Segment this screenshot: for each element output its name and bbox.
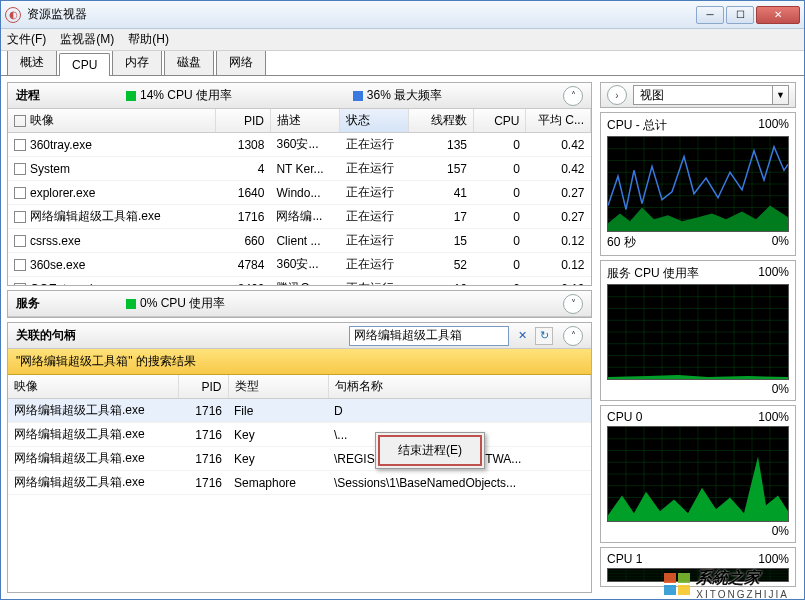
collapse-processes-icon[interactable]: ˄ [563, 86, 583, 106]
menu-file[interactable]: 文件(F) [7, 31, 46, 48]
chart-canvas [607, 426, 789, 522]
handles-table[interactable]: 映像 PID 类型 句柄名称 网络编辑超级工具箱.exe1716FileD网络编… [8, 375, 591, 495]
chart-footer-right: 0% [772, 524, 789, 538]
chart-canvas [607, 136, 789, 232]
cpu-usage-label: 14% CPU 使用率 [140, 88, 232, 102]
view-select-dropdown[interactable]: ▼ [773, 85, 789, 105]
chart-title: CPU 0 [607, 410, 642, 424]
table-row[interactable]: 网络编辑超级工具箱.exe1716Key\REGISTRY\MACHINE\SO… [8, 447, 591, 471]
watermark: 系統之家 XITONGZHIJIA [664, 568, 789, 600]
view-select-label: 视图 [633, 85, 773, 105]
services-cpu-label: 0% CPU 使用率 [140, 296, 225, 310]
processes-table[interactable]: 映像 PID 描述 状态 线程数 CPU 平均 C... 360tray.exe… [8, 109, 591, 285]
watermark-logo-icon [664, 573, 690, 595]
table-row[interactable]: System4NT Ker...正在运行15700.42 [8, 157, 591, 181]
refresh-search-icon[interactable]: ↻ [535, 327, 553, 345]
hcol-type[interactable]: 类型 [228, 375, 328, 399]
col-avg[interactable]: 平均 C... [526, 109, 591, 133]
row-checkbox[interactable] [14, 235, 26, 247]
processes-title: 进程 [16, 87, 116, 104]
processes-panel: 进程 14% CPU 使用率 36% 最大频率 ˄ 映像 PID 描述 状态 [7, 82, 592, 286]
row-checkbox[interactable] [14, 283, 26, 285]
context-end-process[interactable]: 结束进程(E) [378, 435, 482, 466]
charts-pane: › 视图 ▼ CPU - 总计100% 60 秒0%服务 CPU 使用率100%… [598, 76, 804, 599]
chart-footer-right: 0% [772, 234, 789, 251]
watermark-text: 系統之家 [696, 568, 789, 589]
chart-canvas [607, 284, 789, 380]
titlebar: ◐ 资源监视器 ─ ☐ ✕ [1, 1, 804, 29]
handles-title: 关联的句柄 [16, 327, 76, 344]
chart-footer-right: 0% [772, 382, 789, 396]
legend-blue-icon [353, 91, 363, 101]
services-panel: 服务 0% CPU 使用率 ˅ [7, 290, 592, 318]
table-row[interactable]: QQExternal.exe8460腾讯Q...正在运行1600.10 [8, 277, 591, 286]
svg-rect-65 [678, 573, 690, 583]
svg-rect-66 [664, 585, 676, 595]
menubar: 文件(F) 监视器(M) 帮助(H) [1, 29, 804, 51]
table-row[interactable]: 网络编辑超级工具箱.exe1716Key\... [8, 423, 591, 447]
col-cpu[interactable]: CPU [473, 109, 526, 133]
collapse-right-icon[interactable]: › [607, 85, 627, 105]
chart-title: CPU - 总计 [607, 117, 667, 134]
chart-box: 服务 CPU 使用率100% 0% [600, 260, 796, 401]
tab-network[interactable]: 网络 [216, 49, 266, 75]
max-freq-label: 36% 最大频率 [367, 88, 442, 102]
table-row[interactable]: 360tray.exe1308360安...正在运行13500.42 [8, 133, 591, 157]
row-checkbox[interactable] [14, 259, 26, 271]
close-button[interactable]: ✕ [756, 6, 800, 24]
chart-title: 服务 CPU 使用率 [607, 265, 699, 282]
checkbox-all[interactable] [14, 115, 26, 127]
table-row[interactable]: explorer.exe1640Windo...正在运行4100.27 [8, 181, 591, 205]
search-result-banner: "网络编辑超级工具箱" 的搜索结果 [8, 349, 591, 375]
svg-rect-67 [678, 585, 690, 595]
hcol-pid[interactable]: PID [178, 375, 228, 399]
window-title: 资源监视器 [27, 6, 696, 23]
chart-max: 100% [758, 552, 789, 566]
tab-disk[interactable]: 磁盘 [164, 49, 214, 75]
clear-search-icon[interactable]: ✕ [513, 327, 531, 345]
context-menu: 结束进程(E) [375, 432, 485, 469]
row-checkbox[interactable] [14, 163, 26, 175]
col-image[interactable]: 映像 [8, 109, 215, 133]
tab-cpu[interactable]: CPU [59, 53, 110, 76]
col-desc[interactable]: 描述 [270, 109, 339, 133]
row-checkbox[interactable] [14, 187, 26, 199]
col-pid[interactable]: PID [215, 109, 270, 133]
table-row[interactable]: 360se.exe4784360安...正在运行5200.12 [8, 253, 591, 277]
app-icon: ◐ [5, 7, 21, 23]
table-row[interactable]: 网络编辑超级工具箱.exe1716FileD [8, 399, 591, 423]
col-threads[interactable]: 线程数 [409, 109, 473, 133]
chart-title: CPU 1 [607, 552, 642, 566]
minimize-button[interactable]: ─ [696, 6, 724, 24]
chart-footer-left: 60 秒 [607, 234, 636, 251]
row-checkbox[interactable] [14, 139, 26, 151]
hcol-handle[interactable]: 句柄名称 [328, 375, 591, 399]
services-title: 服务 [16, 295, 116, 312]
table-row[interactable]: 网络编辑超级工具箱.exe1716Semaphore\Sessions\1\Ba… [8, 471, 591, 495]
collapse-handles-icon[interactable]: ˄ [563, 326, 583, 346]
watermark-sub: XITONGZHIJIA [696, 589, 789, 600]
handles-panel: 关联的句柄 ✕ ↻ ˄ "网络编辑超级工具箱" 的搜索结果 映像 PID [7, 322, 592, 593]
tab-memory[interactable]: 内存 [112, 49, 162, 75]
table-row[interactable]: 网络编辑超级工具箱.exe1716网络编...正在运行1700.27 [8, 205, 591, 229]
menu-help[interactable]: 帮助(H) [128, 31, 169, 48]
svg-rect-64 [664, 573, 676, 583]
tab-overview[interactable]: 概述 [7, 49, 57, 75]
chart-max: 100% [758, 265, 789, 282]
legend-green-icon [126, 299, 136, 309]
row-checkbox[interactable] [14, 211, 26, 223]
hcol-image[interactable]: 映像 [8, 375, 178, 399]
chart-box: CPU - 总计100% 60 秒0% [600, 112, 796, 256]
maximize-button[interactable]: ☐ [726, 6, 754, 24]
main-window: ◐ 资源监视器 ─ ☐ ✕ 文件(F) 监视器(M) 帮助(H) 概述 CPU … [0, 0, 805, 600]
table-row[interactable]: csrss.exe660Client ...正在运行1500.12 [8, 229, 591, 253]
legend-green-icon [126, 91, 136, 101]
tabbar: 概述 CPU 内存 磁盘 网络 [1, 50, 804, 76]
chart-max: 100% [758, 410, 789, 424]
chart-box: CPU 0100% 0% [600, 405, 796, 543]
col-status[interactable]: 状态 [340, 109, 409, 133]
chart-max: 100% [758, 117, 789, 134]
handles-search-input[interactable] [349, 326, 509, 346]
menu-monitor[interactable]: 监视器(M) [60, 31, 114, 48]
expand-services-icon[interactable]: ˅ [563, 294, 583, 314]
